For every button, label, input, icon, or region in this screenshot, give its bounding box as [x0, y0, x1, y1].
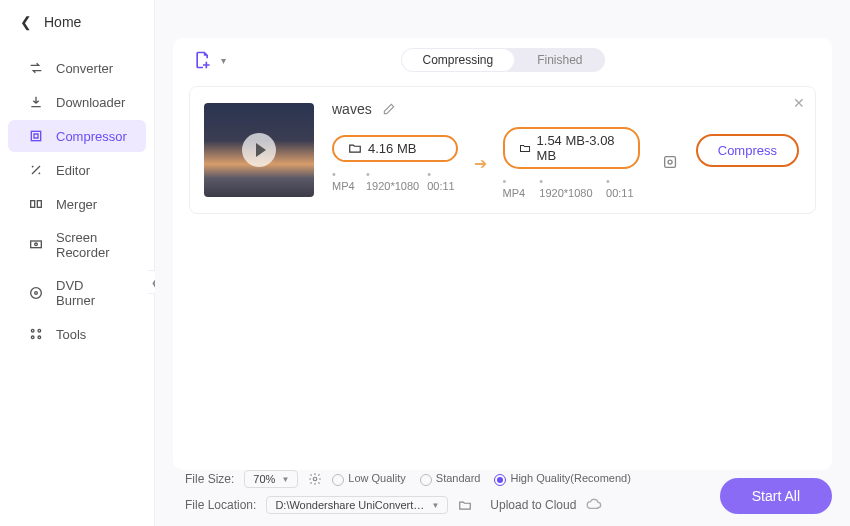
svg-point-13 [31, 288, 42, 299]
open-folder-icon[interactable] [458, 498, 472, 512]
tabs: Compressing Finished [400, 48, 604, 72]
sidebar-item-editor[interactable]: Editor [8, 154, 146, 186]
compressor-icon [28, 128, 44, 144]
editor-icon [28, 162, 44, 178]
folder-icon [519, 141, 531, 155]
svg-point-15 [31, 329, 34, 332]
svg-point-20 [668, 160, 672, 164]
svg-point-21 [314, 477, 318, 481]
sidebar-item-label: Compressor [56, 129, 127, 144]
svg-point-14 [35, 292, 38, 295]
merger-icon [28, 196, 44, 212]
folder-icon [348, 141, 362, 155]
file-size-label: File Size: [185, 472, 234, 486]
target-meta: MP4 1920*1080 00:11 [503, 175, 640, 199]
svg-rect-8 [31, 131, 40, 140]
quality-low[interactable]: Low Quality [332, 472, 405, 485]
sidebar-item-label: Screen Recorder [56, 230, 126, 260]
sidebar-item-label: DVD Burner [56, 278, 126, 308]
start-all-button[interactable]: Start All [720, 478, 832, 514]
cloud-icon[interactable] [586, 497, 602, 513]
compress-button[interactable]: Compress [696, 134, 799, 167]
sidebar-item-label: Downloader [56, 95, 125, 110]
svg-rect-10 [37, 201, 41, 208]
sidebar-item-label: Tools [56, 327, 86, 342]
video-thumbnail[interactable] [204, 103, 314, 197]
quality-standard[interactable]: Standard [420, 472, 481, 485]
sidebar-item-compressor[interactable]: Compressor [8, 120, 146, 152]
converter-icon [28, 60, 44, 76]
sidebar-item-merger[interactable]: Merger [8, 188, 146, 220]
sidebar-item-tools[interactable]: Tools [8, 318, 146, 350]
source-meta: MP4 1920*1080 00:11 [332, 168, 458, 192]
home-label[interactable]: Home [44, 14, 81, 30]
rename-icon[interactable] [382, 102, 396, 116]
file-size-select[interactable]: 70% ▼ [244, 470, 298, 488]
svg-rect-9 [31, 201, 35, 208]
chevron-down-icon: ▼ [431, 501, 439, 510]
file-card: ✕ waves 4.16 MB [189, 86, 816, 214]
sidebar-item-converter[interactable]: Converter [8, 52, 146, 84]
source-size: 4.16 MB [368, 141, 416, 156]
svg-point-12 [35, 243, 38, 246]
svg-rect-19 [664, 157, 675, 168]
tab-finished[interactable]: Finished [515, 48, 604, 72]
sidebar-item-screen-recorder[interactable]: Screen Recorder [8, 222, 146, 268]
screen-recorder-icon [28, 237, 44, 253]
sidebar-item-dvd-burner[interactable]: DVD Burner [8, 270, 146, 316]
dvd-burner-icon [28, 285, 44, 301]
play-icon[interactable] [242, 133, 276, 167]
sidebar-item-label: Converter [56, 61, 113, 76]
downloader-icon [28, 94, 44, 110]
chevron-down-icon: ▼ [281, 475, 289, 484]
target-size-badge[interactable]: 1.54 MB-3.08 MB [503, 127, 640, 169]
quality-high[interactable]: High Quality(Recomend) [494, 472, 630, 485]
svg-rect-11 [31, 241, 42, 248]
file-name: waves [332, 101, 372, 117]
source-size-badge[interactable]: 4.16 MB [332, 135, 458, 162]
back-icon[interactable]: ❮ [20, 14, 32, 30]
item-settings-icon[interactable] [662, 154, 678, 172]
size-settings-icon[interactable] [308, 472, 322, 486]
upload-cloud-label[interactable]: Upload to Cloud [490, 498, 576, 512]
file-location-label: File Location: [185, 498, 256, 512]
svg-point-17 [31, 336, 34, 339]
add-file-button[interactable]: ▾ [193, 50, 226, 70]
arrow-right-icon: ➔ [474, 154, 487, 173]
remove-file-icon[interactable]: ✕ [793, 95, 805, 111]
sidebar-item-downloader[interactable]: Downloader [8, 86, 146, 118]
target-size: 1.54 MB-3.08 MB [537, 133, 624, 163]
tab-compressing[interactable]: Compressing [400, 48, 515, 72]
file-location-select[interactable]: D:\Wondershare UniConverter 1 ▼ [266, 496, 448, 514]
sidebar: ❮ Home Converter Downloader Compressor E… [0, 0, 155, 526]
svg-point-16 [38, 329, 41, 332]
sidebar-item-label: Editor [56, 163, 90, 178]
chevron-down-icon: ▾ [221, 55, 226, 66]
svg-point-18 [38, 336, 41, 339]
tools-icon [28, 326, 44, 342]
sidebar-item-label: Merger [56, 197, 97, 212]
